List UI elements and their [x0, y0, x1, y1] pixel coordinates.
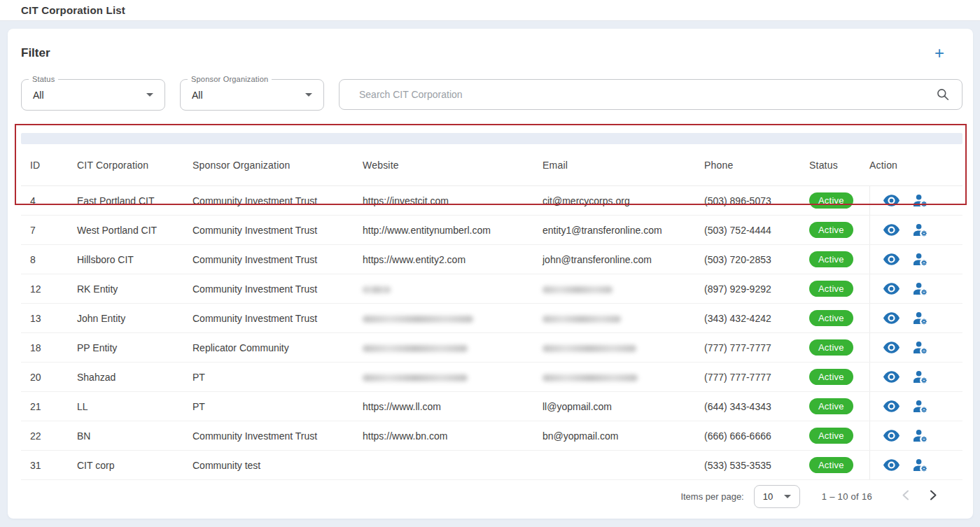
view-button[interactable] [883, 371, 899, 383]
user-gear-icon [913, 400, 927, 413]
cell-cit-corporation: BN [77, 430, 192, 442]
table-header-row: ID CIT Corporation Sponsor Organization … [21, 144, 962, 186]
add-cit-corporation-button[interactable]: + [932, 46, 947, 60]
cell-sponsor-organization: Community Investment Trust [192, 283, 363, 295]
chevron-right-icon [930, 490, 937, 503]
caret-down-icon [146, 93, 153, 97]
cell-email [542, 372, 704, 383]
cell-action [869, 333, 962, 362]
cell-phone: (503) 752-4444 [704, 225, 809, 236]
cell-status: Active [809, 339, 869, 356]
view-button[interactable] [883, 342, 899, 353]
cell-sponsor-organization: Community Investment Trust [192, 430, 363, 442]
manage-users-button[interactable] [913, 253, 927, 266]
cell-id: 13 [21, 313, 77, 324]
manage-users-button[interactable] [913, 370, 927, 384]
cell-email: john@transferonline.com [542, 254, 704, 265]
status-badge: Active [809, 457, 853, 473]
cell-action [869, 363, 962, 391]
cell-website-redacted [363, 345, 468, 352]
sponsor-organization-filter-select[interactable]: Sponsor Organization All [180, 79, 324, 111]
cell-sponsor-organization: PT [192, 372, 363, 383]
cell-phone: (503) 720-2853 [704, 254, 809, 265]
column-header-email: Email [542, 160, 704, 171]
cell-status: Active [809, 457, 869, 473]
view-button[interactable] [883, 400, 899, 412]
table-horizontal-scrollbar[interactable] [21, 133, 962, 144]
view-button[interactable] [883, 224, 899, 236]
eye-icon [883, 195, 899, 206]
user-gear-icon [913, 341, 927, 354]
manage-users-button[interactable] [913, 341, 927, 354]
table-paginator: Items per page: 10 1 – 10 of 16 [21, 482, 962, 510]
next-page-button[interactable] [930, 490, 937, 503]
eye-icon [883, 283, 899, 295]
cell-action [869, 451, 962, 479]
manage-users-button[interactable] [913, 400, 927, 413]
filter-heading: Filter [21, 46, 50, 60]
manage-users-button[interactable] [913, 223, 927, 237]
cell-email-redacted [542, 316, 621, 323]
cell-website: https://www.entity2.com [363, 254, 542, 265]
status-badge: Active [809, 398, 853, 414]
page-title: CIT Corporation List [21, 4, 125, 16]
manage-users-button[interactable] [913, 429, 927, 442]
items-per-page-value: 10 [763, 491, 773, 502]
cell-website: http://www.entitynumberl.com [363, 225, 542, 236]
cell-cit-corporation: RK Entity [77, 283, 192, 295]
previous-page-button[interactable] [902, 490, 909, 503]
user-gear-icon [913, 223, 927, 237]
view-button[interactable] [883, 312, 899, 324]
search-input[interactable] [359, 89, 937, 100]
status-filter-select[interactable]: Status All [21, 79, 165, 111]
cell-website-redacted [363, 374, 468, 381]
manage-users-button[interactable] [913, 194, 927, 207]
cell-email-redacted [542, 345, 636, 352]
view-button[interactable] [883, 459, 899, 471]
manage-users-button[interactable] [913, 282, 927, 295]
cell-email: ll@yopmail.com [542, 401, 704, 412]
cell-id: 20 [21, 372, 77, 383]
column-header-status: Status [809, 160, 869, 171]
status-filter-value: All [33, 90, 44, 101]
cell-phone: (666) 666-6666 [704, 430, 809, 442]
cell-action [869, 216, 962, 244]
eye-icon [883, 253, 899, 265]
cell-email: bn@yopmail.com [542, 430, 704, 442]
view-button[interactable] [883, 195, 899, 206]
app-header: CIT Corporation List [0, 0, 980, 21]
caret-down-icon [305, 93, 312, 97]
status-badge: Active [809, 310, 853, 326]
cell-website: https://investcit.com [363, 195, 542, 206]
cell-cit-corporation: West Portland CIT [77, 225, 192, 236]
cell-id: 7 [21, 225, 77, 236]
plus-icon: + [934, 43, 944, 62]
view-button[interactable] [883, 253, 899, 265]
cell-website-redacted [363, 316, 473, 323]
column-header-cit-corporation: CIT Corporation [77, 160, 192, 171]
column-header-phone: Phone [704, 160, 809, 171]
cit-corporation-card: Filter + Status All Sponsor Organization… [8, 29, 973, 519]
table-row: 22BNCommunity Investment Trusthttps://ww… [21, 421, 962, 451]
column-header-website: Website [363, 160, 542, 171]
cell-action [869, 421, 962, 450]
cell-sponsor-organization: Replicator Community [192, 342, 363, 353]
user-gear-icon [913, 370, 927, 384]
cell-sponsor-organization: Community test [192, 460, 363, 471]
view-button[interactable] [883, 283, 899, 295]
cell-phone: (644) 343-4343 [704, 401, 809, 412]
manage-users-button[interactable] [913, 311, 927, 325]
sponsor-filter-label: Sponsor Organization [188, 75, 272, 83]
cell-status: Active [809, 222, 869, 238]
cit-corporation-table: ID CIT Corporation Sponsor Organization … [21, 133, 962, 480]
cell-email: cit@mercycorps.org [542, 195, 704, 206]
manage-users-button[interactable] [913, 458, 927, 472]
table-row: 13John EntityCommunity Investment Trust(… [21, 304, 962, 333]
column-header-action: Action [869, 160, 962, 171]
cell-id: 8 [21, 254, 77, 265]
view-button[interactable] [883, 430, 899, 442]
cell-sponsor-organization: Community Investment Trust [192, 195, 363, 206]
items-per-page-select[interactable]: 10 [754, 485, 800, 508]
search-icon[interactable] [937, 88, 949, 101]
search-field [339, 79, 962, 110]
